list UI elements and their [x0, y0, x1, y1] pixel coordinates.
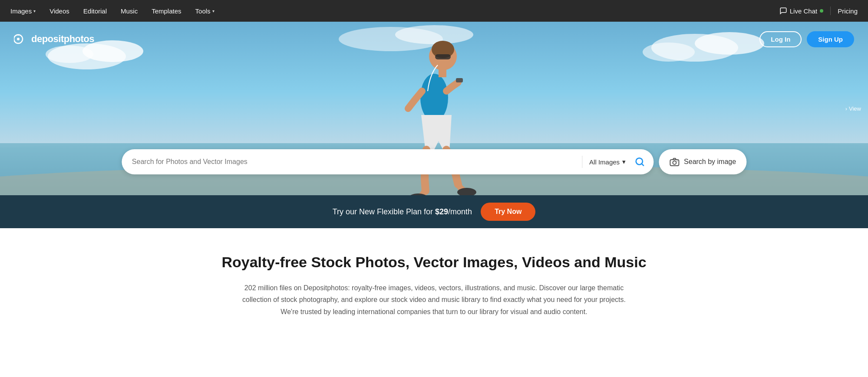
svg-point-24 — [673, 161, 676, 164]
svg-rect-16 — [456, 78, 463, 82]
search-input[interactable] — [132, 158, 578, 166]
nav-left: Images ▾ Videos Editorial Music Template… — [10, 7, 779, 15]
online-indicator — [820, 9, 823, 13]
all-images-dropdown[interactable]: All Images ▾ — [586, 158, 629, 166]
chevron-down-icon-2: ▾ — [212, 9, 215, 13]
header-auth-buttons: Log In Sign Up — [759, 31, 854, 47]
hero-header: depositphotos Log In Sign Up — [0, 22, 868, 56]
svg-point-20 — [17, 38, 20, 40]
svg-point-11 — [420, 74, 448, 121]
nav-videos[interactable]: Videos — [50, 7, 69, 15]
promo-banner: Try our New Flexible Plan for $29/month … — [0, 195, 868, 228]
nav-templates[interactable]: Templates — [152, 7, 181, 15]
chevron-down-icon: ▾ — [33, 9, 36, 13]
pricing-link[interactable]: Pricing — [838, 7, 858, 15]
logo[interactable]: depositphotos — [14, 32, 94, 46]
search-bar: All Images ▾ — [122, 149, 653, 174]
nav-editorial[interactable]: Editorial — [83, 7, 107, 15]
nav-images[interactable]: Images ▾ — [10, 7, 36, 15]
login-button[interactable]: Log In — [759, 31, 802, 47]
view-label[interactable]: › View — [845, 105, 861, 112]
svg-point-25 — [677, 161, 677, 161]
page-title: Royalty-free Stock Photos, Vector Images… — [188, 252, 681, 272]
search-icon — [634, 156, 645, 167]
chevron-down-icon-3: ▾ — [622, 158, 626, 166]
hero-section: › View depositphotos Log In Sign Up All … — [0, 22, 868, 195]
signup-button[interactable]: Sign Up — [807, 31, 854, 47]
promo-text: Try our New Flexible Plan for $29/month — [333, 207, 472, 216]
try-now-button[interactable]: Try Now — [481, 203, 535, 221]
logo-icon — [14, 32, 28, 46]
search-by-image-button[interactable]: Search by image — [659, 149, 746, 174]
camera-icon — [669, 157, 680, 167]
chat-icon — [779, 7, 787, 15]
svg-rect-15 — [439, 69, 446, 77]
nav-right: Live Chat Pricing — [779, 7, 858, 15]
logo-text: depositphotos — [31, 33, 94, 45]
content-section: Royalty-free Stock Photos, Vector Images… — [174, 228, 695, 335]
nav-music[interactable]: Music — [121, 7, 138, 15]
top-navigation: Images ▾ Videos Editorial Music Template… — [0, 0, 868, 22]
content-description: 202 million files on Depositphotos: roya… — [239, 282, 630, 318]
search-divider — [582, 156, 582, 168]
nav-divider — [830, 7, 831, 15]
live-chat-link[interactable]: Live Chat — [779, 7, 823, 15]
chevron-right-icon: › — [845, 105, 847, 112]
search-submit-button[interactable] — [629, 151, 650, 172]
nav-tools[interactable]: Tools ▾ — [195, 7, 215, 15]
search-container: All Images ▾ Search by image — [122, 149, 746, 174]
